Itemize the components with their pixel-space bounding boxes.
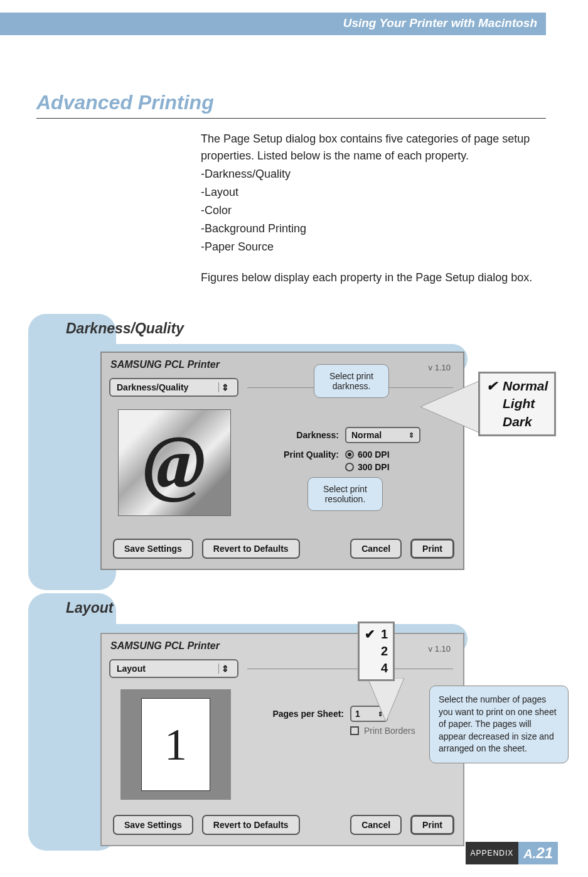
menu-2-label: 2	[381, 643, 388, 660]
dialog2-version: v 1.10	[429, 644, 451, 654]
revert-defaults-button[interactable]: Revert to Defaults	[202, 539, 300, 559]
darkness-quality-dialog: SAMSUNG PCL Printer v 1.10 Darkness/Qual…	[100, 352, 464, 570]
resolution-callout-text: Select print resolution.	[323, 484, 367, 504]
dialog2-title: SAMSUNG PCL Printer	[110, 640, 220, 652]
pps-value: 1	[355, 709, 360, 719]
intro-text: The Page Setup dialog box contains five …	[201, 131, 543, 288]
dialog2-preview: 1	[120, 689, 231, 800]
intro-p1: The Page Setup dialog box contains five …	[201, 131, 543, 164]
footer: APPENDIX A.21	[466, 842, 558, 864]
zoom-indicator	[420, 377, 483, 439]
preview-sheet: 1	[141, 698, 210, 791]
dialog2-divider	[247, 669, 453, 669]
quality-600[interactable]: 600 DPI	[345, 449, 390, 460]
dialog2-tab-select[interactable]: Layout ⇕	[109, 659, 238, 678]
page-num: 21	[536, 844, 553, 861]
quality-label: Print Quality:	[257, 449, 339, 460]
updown-icon: ⇕	[218, 382, 231, 392]
menu-normal[interactable]: ✔Normal	[486, 377, 548, 395]
intro-item-1: -Layout	[201, 184, 543, 201]
cancel-button[interactable]: Cancel	[350, 539, 402, 559]
menu-light[interactable]: Light	[486, 395, 548, 412]
darkness-label: Darkness:	[257, 430, 339, 440]
updown-icon: ⇕	[409, 433, 414, 438]
pps-label: Pages per Sheet:	[250, 709, 344, 719]
intro-item-2: -Color	[201, 202, 543, 219]
print-button[interactable]: Print	[410, 815, 454, 835]
dialog1-tab-select[interactable]: Darkness/Quality ⇕	[109, 378, 238, 397]
main-heading: Advanced Printing	[36, 91, 214, 114]
menu-light-label: Light	[503, 395, 535, 412]
dialog1-buttons: Save Settings Revert to Defaults Cancel …	[113, 539, 454, 559]
intro-item-3: -Background Printing	[201, 220, 543, 237]
darkness-row: Darkness: Normal ⇕	[257, 427, 420, 443]
quality-600-label: 600 DPI	[358, 449, 390, 460]
darkness-callout: Select print darkness.	[314, 364, 389, 398]
menu-dark-label: Dark	[503, 413, 532, 431]
dialog1-tab-label: Darkness/Quality	[117, 382, 188, 392]
save-settings-button[interactable]: Save Settings	[113, 539, 193, 559]
section1-label: Darkness/Quality	[66, 320, 198, 337]
dialog1-title: SAMSUNG PCL Printer	[110, 359, 220, 370]
menu-dark[interactable]: Dark	[486, 413, 548, 431]
print-button[interactable]: Print	[410, 539, 454, 559]
heading-rule	[36, 118, 546, 119]
resolution-callout: Select print resolution.	[307, 477, 383, 511]
pps-callout: Select the number of pages you want to p…	[429, 686, 569, 763]
menu-1-label: 1	[381, 626, 388, 643]
quality-300[interactable]: 300 DPI	[345, 462, 390, 472]
page-prefix: A.	[523, 847, 536, 861]
darkness-value: Normal	[351, 430, 382, 440]
section2-label: Layout	[66, 600, 113, 616]
preview-number: 1	[164, 719, 187, 771]
appendix-label: APPENDIX	[466, 842, 519, 864]
menu-1[interactable]: ✔1	[365, 626, 388, 643]
check-icon: ✔	[486, 377, 498, 395]
menu-4-label: 4	[381, 660, 388, 677]
svg-marker-0	[420, 379, 483, 434]
dialog1-preview: @	[118, 409, 231, 516]
darkness-callout-text: Select print darkness.	[329, 371, 373, 391]
menu-normal-label: Normal	[503, 377, 548, 395]
save-settings-button[interactable]: Save Settings	[113, 815, 193, 835]
pps-menu: ✔1 2 4	[358, 621, 395, 681]
intro-p2: Figures below display each property in t…	[201, 269, 543, 286]
svg-marker-1	[368, 678, 404, 722]
check-icon: ✔	[365, 626, 376, 643]
menu-4[interactable]: 4	[365, 660, 388, 677]
intro-item-4: -Paper Source	[201, 239, 543, 256]
dialog2-tab-label: Layout	[117, 664, 146, 674]
zoom-indicator-2	[364, 678, 408, 722]
quality-options: 600 DPI 300 DPI	[345, 449, 390, 472]
header-bar: Using Your Printer with Macintosh	[0, 13, 546, 35]
layout-dialog: SAMSUNG PCL Printer v 1.10 Layout ⇕ 1 Pa…	[100, 633, 464, 846]
updown-icon: ⇕	[218, 664, 231, 674]
borders-row[interactable]: Print Borders	[350, 726, 415, 736]
checkbox-icon	[350, 726, 359, 735]
borders-label: Print Borders	[364, 726, 415, 736]
radio-icon	[345, 450, 354, 459]
dialog2-buttons: Save Settings Revert to Defaults Cancel …	[113, 815, 454, 835]
revert-defaults-button[interactable]: Revert to Defaults	[202, 815, 300, 835]
darkness-dropdown[interactable]: Normal ⇕	[345, 427, 420, 443]
pps-callout-text: Select the number of pages you want to p…	[439, 694, 557, 753]
header-title: Using Your Printer with Macintosh	[343, 16, 537, 30]
quality-300-label: 300 DPI	[358, 462, 390, 472]
darkness-menu: ✔Normal Light Dark	[478, 372, 556, 436]
radio-icon	[345, 463, 354, 471]
cancel-button[interactable]: Cancel	[350, 815, 402, 835]
at-glyph: @	[143, 419, 206, 506]
menu-2[interactable]: 2	[365, 643, 388, 660]
intro-item-0: -Darkness/Quality	[201, 166, 543, 183]
page-number: A.21	[518, 842, 558, 864]
quality-row: Print Quality: 600 DPI 300 DPI	[257, 449, 390, 472]
dialog1-version: v 1.10	[429, 363, 451, 372]
